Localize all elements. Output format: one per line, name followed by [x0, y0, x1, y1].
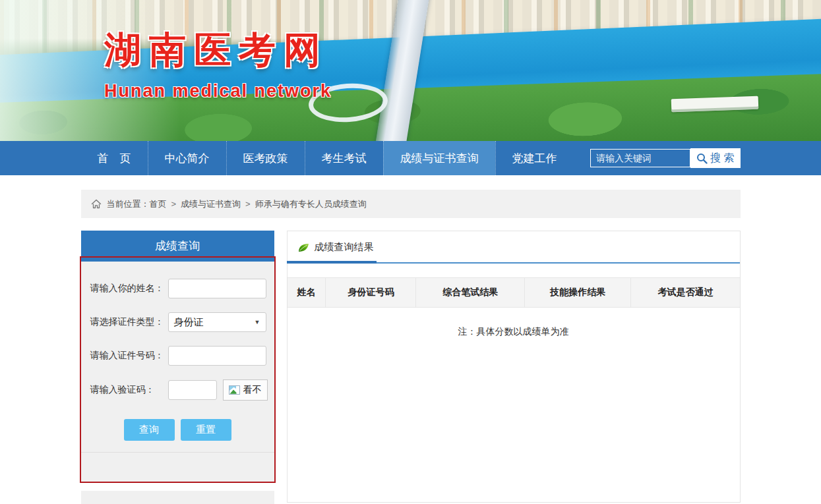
reset-button[interactable]: 重置	[181, 419, 231, 441]
search-input[interactable]	[590, 149, 690, 167]
col-header-name: 姓名	[288, 278, 326, 308]
id-number-input[interactable]	[168, 346, 266, 366]
breadcrumb-item-home[interactable]: 首页	[150, 198, 167, 210]
captcha-input[interactable]	[168, 380, 217, 400]
score-query-sidebar: 成绩查询 请输入你的姓名： 请选择证件类型： 身份证 ▼ 请输入证	[81, 231, 274, 504]
results-tab-bar: 成绩查询结果	[288, 231, 740, 262]
search-button[interactable]: 搜 索	[690, 148, 740, 168]
nav-search: 搜 索	[590, 141, 740, 175]
name-field-row: 请输入你的姓名：	[90, 279, 266, 298]
captcha-field-row: 请输入验证码： 看不	[90, 379, 266, 401]
breadcrumb-label: 当前位置：	[107, 198, 150, 210]
sidebar-footer-block	[81, 491, 274, 504]
site-logo: 湖南医考网 Hunan medical network	[104, 28, 332, 101]
results-table-header-row: 姓名 身份证号码 综合笔试结果 技能操作结果 考试是否通过	[288, 278, 740, 308]
id-number-field-label: 请输入证件号码：	[90, 350, 168, 362]
results-tab-title[interactable]: 成绩查询结果	[315, 241, 374, 254]
id-type-selected-value: 身份证	[174, 316, 204, 329]
form-buttons-row: 查询 重置	[81, 419, 274, 441]
search-button-label: 搜 索	[710, 152, 734, 165]
breadcrumb-separator: >	[245, 199, 251, 209]
site-banner: 湖南医考网 Hunan medical network	[0, 0, 821, 141]
site-title: 湖南医考网	[104, 28, 332, 72]
captcha-field-label: 请输入验证码：	[90, 384, 168, 396]
nav-item-score-certificate-query[interactable]: 成绩与证书查询	[383, 141, 495, 175]
breadcrumb-item-score-query[interactable]: 成绩与证书查询	[181, 198, 241, 210]
query-results-panel: 成绩查询结果 姓名 身份证号码 综合笔试结果 技能操作结果 考试是否通过 注：具…	[287, 231, 741, 503]
nav-item-center-intro[interactable]: 中心简介	[148, 141, 226, 175]
id-type-select[interactable]: 身份证 ▼	[168, 312, 266, 332]
col-header-id-number: 身份证号码	[326, 278, 416, 308]
breadcrumb-item-current-page: 师承与确有专长人员成绩查询	[255, 198, 367, 210]
id-type-field-label: 请选择证件类型：	[90, 316, 168, 328]
chevron-down-icon: ▼	[255, 319, 260, 325]
id-type-field-row: 请选择证件类型： 身份证 ▼	[90, 312, 266, 332]
query-button[interactable]: 查询	[124, 419, 175, 441]
form-bottom-spacer	[81, 453, 274, 483]
nav-item-exam-policy[interactable]: 医考政策	[226, 141, 305, 175]
broken-image-icon	[229, 385, 241, 395]
main-nav: 首 页 中心简介 医考政策 考生考试 成绩与证书查询 党建工作 搜 索	[0, 141, 821, 175]
page-content: 成绩查询 请输入你的姓名： 请选择证件类型： 身份证 ▼ 请输入证	[81, 231, 741, 504]
col-header-written-result: 综合笔试结果	[416, 278, 525, 308]
results-note: 注：具体分数以成绩单为准	[288, 326, 740, 338]
results-table: 姓名 身份证号码 综合笔试结果 技能操作结果 考试是否通过	[288, 277, 740, 308]
score-query-form: 请输入你的姓名： 请选择证件类型： 身份证 ▼ 请输入证件号码：	[81, 262, 274, 483]
leaf-icon	[298, 243, 309, 252]
name-input[interactable]	[168, 279, 266, 298]
search-icon	[696, 153, 708, 164]
captcha-image[interactable]: 看不	[223, 379, 268, 401]
nav-item-home[interactable]: 首 页	[81, 141, 148, 175]
nav-item-party-building[interactable]: 党建工作	[495, 141, 574, 175]
tab-underline-active	[287, 261, 377, 264]
sidebar-title: 成绩查询	[81, 231, 274, 262]
breadcrumb-separator: >	[171, 199, 177, 209]
breadcrumb: 当前位置： 首页 > 成绩与证书查询 > 师承与确有专长人员成绩查询	[81, 190, 741, 218]
captcha-alt-text: 看不	[243, 384, 262, 396]
col-header-skill-result: 技能操作结果	[525, 278, 631, 308]
nav-item-candidate-exam[interactable]: 考生考试	[305, 141, 383, 175]
site-subtitle: Hunan medical network	[104, 81, 332, 101]
name-field-label: 请输入你的姓名：	[90, 283, 168, 294]
home-icon	[91, 199, 102, 209]
main-nav-inner: 首 页 中心简介 医考政策 考生考试 成绩与证书查询 党建工作 搜 索	[81, 141, 741, 175]
tab-underline	[288, 262, 740, 264]
col-header-pass-status: 考试是否通过	[631, 278, 740, 308]
id-number-field-row: 请输入证件号码：	[90, 346, 266, 366]
